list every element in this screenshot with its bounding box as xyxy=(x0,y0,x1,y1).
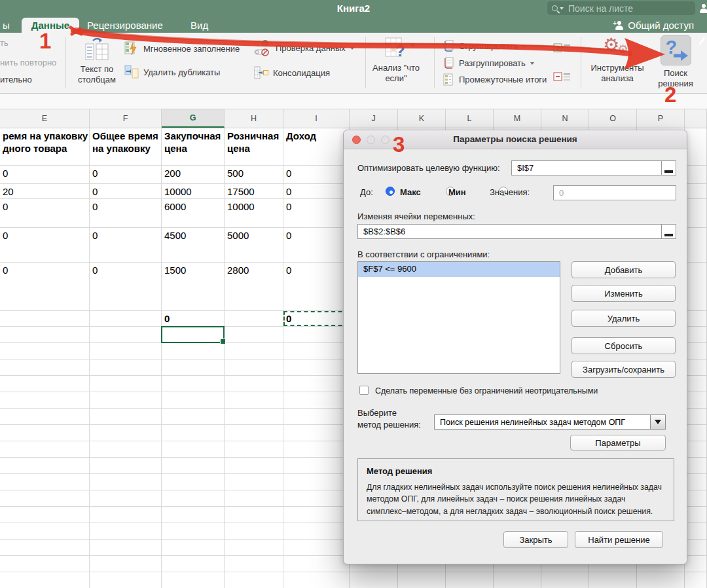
cell[interactable]: 2800 xyxy=(225,263,283,311)
radio-max-label[interactable]: Макс xyxy=(400,187,421,197)
column-header-H[interactable]: H xyxy=(225,109,283,128)
analysis-tools-button[interactable]: ⚙ ⚙ Инструменты анализа xyxy=(586,37,649,83)
cell[interactable] xyxy=(225,359,283,376)
cell[interactable] xyxy=(283,523,350,540)
cell[interactable] xyxy=(225,572,283,588)
cell[interactable]: 0 xyxy=(90,184,162,199)
cell[interactable] xyxy=(90,359,162,376)
cell[interactable] xyxy=(685,490,707,507)
tab-view[interactable]: Вид xyxy=(190,20,208,31)
cell[interactable] xyxy=(685,441,707,458)
constraints-listbox[interactable]: $F$7 <= 9600 xyxy=(357,261,560,374)
cell[interactable] xyxy=(589,572,637,588)
cell[interactable] xyxy=(90,376,162,392)
cell[interactable] xyxy=(0,441,90,458)
cell[interactable] xyxy=(283,474,350,490)
column-header-F[interactable]: F xyxy=(90,109,162,128)
column-header-E[interactable]: E xyxy=(0,109,90,128)
cell[interactable] xyxy=(162,507,225,523)
cell[interactable] xyxy=(685,311,707,327)
group-button[interactable]: Сгруппировать xyxy=(443,40,526,52)
cell[interactable] xyxy=(398,572,446,588)
cell[interactable]: 0 xyxy=(90,228,162,263)
cell[interactable]: 0 xyxy=(283,263,350,311)
cell[interactable] xyxy=(685,523,707,540)
cell[interactable] xyxy=(90,523,162,540)
cell[interactable]: ремя на упаковку дного товара xyxy=(0,128,90,166)
cell[interactable] xyxy=(283,343,350,359)
column-header-K[interactable]: K xyxy=(398,109,446,128)
cell[interactable]: 500 xyxy=(225,166,283,184)
radio-max[interactable] xyxy=(386,187,395,196)
subtotal-button[interactable]: Промежуточные итоги xyxy=(443,73,547,86)
cell[interactable] xyxy=(685,507,707,523)
cell[interactable] xyxy=(225,327,283,343)
active-cell-selection[interactable] xyxy=(161,326,225,343)
cell[interactable] xyxy=(225,540,283,556)
range-selector-icon[interactable] xyxy=(661,225,676,238)
account-icon[interactable] xyxy=(699,4,707,12)
cell[interactable]: 0 xyxy=(283,311,350,327)
close-button[interactable]: Закрыть xyxy=(503,531,568,548)
cell[interactable] xyxy=(225,490,283,507)
cell[interactable]: 0 xyxy=(0,263,90,311)
column-header-P[interactable]: P xyxy=(637,109,685,128)
cell[interactable] xyxy=(0,392,90,409)
options-button[interactable]: Параметры xyxy=(570,435,666,450)
cell[interactable]: 10000 xyxy=(162,184,225,199)
cell[interactable] xyxy=(637,572,685,588)
cell[interactable] xyxy=(90,311,162,327)
cell[interactable] xyxy=(90,425,162,441)
tab-review[interactable]: Рецензирование xyxy=(87,20,163,31)
what-if-button[interactable]: ? Анализ "что если" xyxy=(370,37,422,83)
cell[interactable] xyxy=(0,523,90,540)
cell[interactable]: 5000 xyxy=(225,228,283,263)
cell[interactable] xyxy=(162,572,225,588)
cell[interactable] xyxy=(685,184,707,199)
objective-input[interactable]: $I$7 xyxy=(511,160,676,175)
cell[interactable] xyxy=(685,359,707,376)
constraint-item[interactable]: $F$7 <= 9600 xyxy=(358,262,560,277)
cell[interactable] xyxy=(162,392,225,409)
show-detail-button[interactable] xyxy=(553,41,571,59)
column-header-G[interactable]: G xyxy=(162,109,225,128)
ungroup-button[interactable]: Разгруппировать xyxy=(443,57,534,69)
column-header-N[interactable]: N xyxy=(541,109,589,128)
cell[interactable] xyxy=(90,441,162,458)
cell[interactable] xyxy=(225,392,283,409)
text-to-columns-button[interactable]: Текст по столбцам xyxy=(71,38,123,84)
load-save-button[interactable]: Загрузить/сохранить xyxy=(571,361,676,378)
cell[interactable] xyxy=(225,376,283,392)
cell[interactable] xyxy=(283,540,350,556)
cell[interactable] xyxy=(685,166,707,184)
cell[interactable] xyxy=(0,458,90,474)
cell[interactable] xyxy=(283,327,350,343)
cell[interactable] xyxy=(225,523,283,540)
cell[interactable] xyxy=(283,409,350,425)
cell[interactable] xyxy=(685,263,707,311)
cell[interactable] xyxy=(90,572,162,588)
cell[interactable]: 0 xyxy=(0,199,90,228)
cell[interactable] xyxy=(90,474,162,490)
cell[interactable] xyxy=(225,425,283,441)
cell[interactable] xyxy=(685,343,707,359)
cell[interactable] xyxy=(685,199,707,228)
cell[interactable]: Розничная цена xyxy=(225,128,283,166)
cell[interactable]: 0 xyxy=(283,199,350,228)
cell[interactable] xyxy=(685,128,707,166)
radio-min-label[interactable]: Мин xyxy=(448,187,466,197)
cell[interactable] xyxy=(685,327,707,343)
cell[interactable] xyxy=(685,228,707,263)
cell[interactable]: Общее время на упаковку xyxy=(90,128,162,166)
cell[interactable] xyxy=(685,409,707,425)
cell[interactable]: 0 xyxy=(90,263,162,311)
column-header-J[interactable]: J xyxy=(350,109,398,128)
cell[interactable] xyxy=(225,409,283,425)
cell[interactable] xyxy=(162,490,225,507)
cell[interactable] xyxy=(162,409,225,425)
cell[interactable] xyxy=(283,490,350,507)
cell[interactable] xyxy=(225,441,283,458)
cell[interactable]: Закупочная цена xyxy=(162,128,225,166)
column-header-M[interactable]: M xyxy=(494,109,541,128)
ribbon-fragment-3[interactable]: ительно xyxy=(0,75,32,84)
